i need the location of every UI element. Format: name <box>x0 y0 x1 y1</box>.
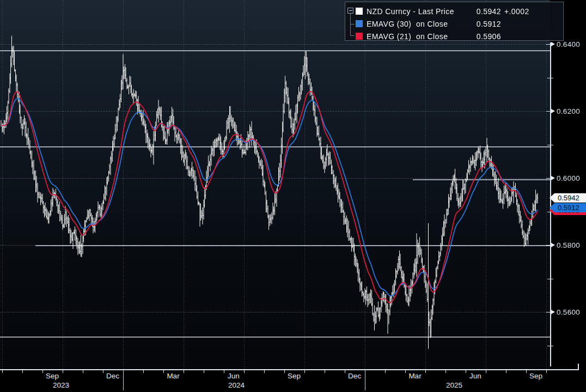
legend-value: 0.5906 <box>469 32 501 41</box>
y-axis-minor-tick <box>547 145 553 145</box>
y-axis-label-text: 0.6000 <box>557 174 580 182</box>
price-chart-canvas[interactable] <box>0 0 550 369</box>
x-axis-year-label: 2025 <box>438 381 471 389</box>
legend-label: NZD Curncy - Last Price <box>367 7 454 16</box>
y-axis-label-text: 0.6200 <box>557 107 580 115</box>
y-axis-label: 0.6400 <box>546 40 580 48</box>
y-axis-major-tick <box>546 44 551 45</box>
legend-label: EMAVG (30) on Close <box>367 20 448 28</box>
y-axis-tick-arrow-icon <box>551 42 555 46</box>
y-axis-label: 0.5600 <box>546 308 580 316</box>
y-axis-major-tick <box>546 312 551 313</box>
x-axis-month-label: Dec <box>342 372 367 380</box>
x-axis-month-label: Jun <box>463 372 488 380</box>
x-axis-month-tick <box>264 370 265 373</box>
y-axis-major-tick <box>546 111 551 112</box>
x-axis-month-tick <box>143 370 144 373</box>
y-axis-major-tick <box>546 245 551 246</box>
legend-value: 0.5942 <box>469 7 501 16</box>
x-axis-month-tick <box>22 370 23 373</box>
x-axis-month-label: Sep <box>523 372 548 380</box>
x-axis-month-label: Dec <box>100 372 125 380</box>
y-axis-line <box>550 42 551 366</box>
emavg30-tag: 0.5912 <box>550 203 586 212</box>
y-axis-tick-arrow-icon <box>551 176 555 180</box>
x-axis-month-label: Sep <box>40 372 65 380</box>
x-axis-month-tick <box>445 370 446 373</box>
y-axis-minor-tick <box>547 279 553 279</box>
legend-change: +.0002 <box>504 7 542 16</box>
x-axis-end-tick <box>578 364 579 370</box>
x-axis-year-label: 2023 <box>45 381 77 389</box>
x-axis-line <box>0 369 579 370</box>
emavg21-swatch-icon <box>356 33 363 40</box>
bloomberg-chart-window: 0.64000.62000.60000.58000.5600 0.59420.5… <box>0 0 586 392</box>
y-axis-label-text: 0.5800 <box>557 241 580 249</box>
legend-value: 0.5912 <box>469 20 501 28</box>
y-axis-minor-tick <box>547 78 553 78</box>
x-axis-month-label: Sep <box>282 372 307 380</box>
legend-row-emavg30[interactable]: EMAVG (30) on Close 0.5912 <box>345 20 563 28</box>
legend-row-emavg21[interactable]: EMAVG (21) on Close 0.5906 <box>345 32 563 41</box>
y-axis-tick-arrow-icon <box>551 310 555 314</box>
y-axis-label-text: 0.6400 <box>557 40 580 48</box>
x-axis-month-tick <box>83 370 83 373</box>
x-axis-month-tick <box>506 370 506 373</box>
y-axis-minor-tick <box>547 346 553 346</box>
y-axis-major-tick <box>546 178 551 179</box>
y-axis-label: 0.6200 <box>546 107 580 115</box>
x-axis-month-label: Jun <box>221 372 246 380</box>
x-axis-month-tick <box>385 370 386 373</box>
x-axis-year-label: 2024 <box>220 381 253 389</box>
legend-panel: NZD Curncy - Last Price 0.5942 +.0002 EM… <box>345 2 564 41</box>
y-axis-tick-arrow-icon <box>551 243 555 247</box>
y-axis-label: 0.5800 <box>546 241 580 249</box>
last-price-swatch-icon <box>356 8 363 15</box>
last-price-tag: 0.5942 <box>550 193 586 203</box>
y-axis-label: 0.6000 <box>546 174 580 182</box>
x-axis-month-tick <box>325 370 325 373</box>
x-axis-month-label: Mar <box>161 372 186 380</box>
emavg30-swatch-icon <box>356 20 363 27</box>
x-axis-month-tick <box>204 370 204 373</box>
x-axis-month-label: Mar <box>402 372 428 380</box>
y-axis-label-text: 0.5600 <box>557 308 580 316</box>
legend-label: EMAVG (21) on Close <box>367 32 448 41</box>
y-axis-tick-arrow-icon <box>551 109 555 113</box>
x-axis-month-tick <box>2 370 3 373</box>
legend-row-last-price[interactable]: NZD Curncy - Last Price 0.5942 +.0002 <box>345 7 563 16</box>
